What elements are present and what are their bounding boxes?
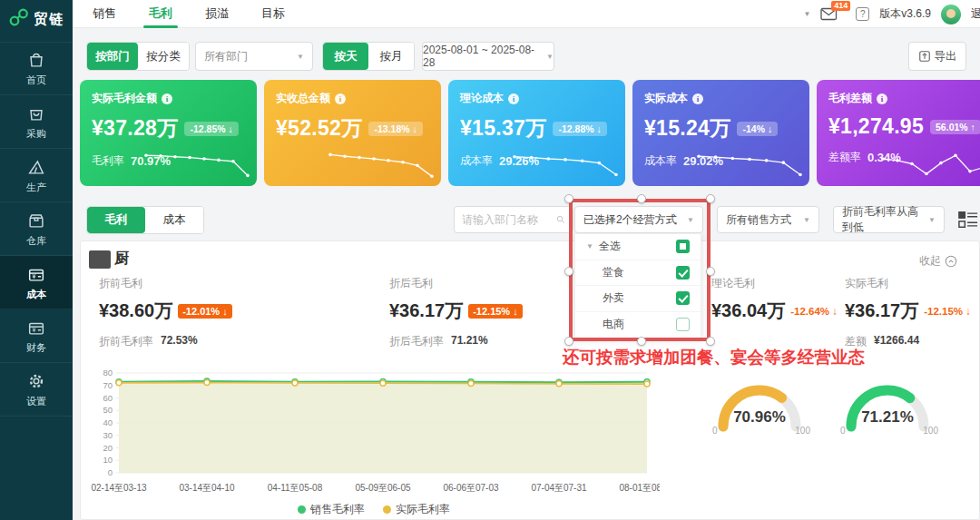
kpi-card-theoretical-cost: 理论成本i ¥15.37万-12.88% ↓ 成本率29.26%: [448, 80, 625, 186]
profit-rate-line-chart: 0102030405060708002-14至03-1303-14至04-100…: [88, 364, 660, 500]
by-category-button[interactable]: 按分类: [138, 43, 189, 70]
sparkline-chart: [511, 134, 622, 183]
chevron-down-icon: ▼: [546, 53, 554, 61]
sidebar-item-finance[interactable]: ¥ 财务: [0, 309, 73, 363]
date-range-picker[interactable]: 2025-08-01 ~ 2025-08-28 ▼: [422, 42, 554, 71]
notifications-button[interactable]: 414: [820, 7, 838, 22]
tab-gross-profit-sub[interactable]: 毛利: [87, 207, 145, 233]
checkbox-takeout[interactable]: [676, 291, 690, 305]
legend-sales-rate[interactable]: 销售毛利率: [298, 502, 365, 517]
info-icon[interactable]: i: [692, 93, 703, 104]
info-icon[interactable]: i: [335, 93, 346, 104]
tab-cost-sub[interactable]: 成本: [145, 207, 203, 233]
logout-button[interactable]: 退出: [971, 6, 980, 22]
chevron-down-icon: ▼: [928, 216, 936, 224]
svg-text:05-09至06-05: 05-09至06-05: [355, 483, 411, 493]
info-icon[interactable]: i: [877, 93, 887, 104]
cost-wallet-icon: ¥: [26, 264, 46, 284]
department-search: [454, 206, 573, 233]
top-tab-bar: 销售 毛利 损溢 目标 ▼ 414 ? 版本v3.6.9 退出: [73, 0, 980, 28]
by-month-button[interactable]: 按月: [368, 43, 414, 70]
option-dine-in[interactable]: 堂食: [575, 260, 701, 287]
svg-text:40: 40: [103, 417, 113, 427]
kpi-card-gross-profit-diff: 毛利差额i ¥1,274.9556.01% ↑ 差额率0.34%: [817, 80, 980, 186]
svg-text:04-11至05-08: 04-11至05-08: [268, 483, 323, 493]
by-department-button[interactable]: 按部门: [87, 43, 138, 70]
svg-text:07-04至07-31: 07-04至07-31: [531, 483, 587, 493]
annotation-text: 还可按需求增加团餐、宴会等多经营业态: [563, 346, 865, 368]
selection-handle: [637, 194, 646, 203]
export-button[interactable]: 导出: [908, 42, 966, 71]
sparkline-chart: [879, 134, 980, 183]
option-ecommerce[interactable]: 电商: [575, 312, 701, 338]
redacted-name-block: [89, 250, 111, 269]
sidebar-item-cost[interactable]: ¥ 成本: [0, 256, 73, 309]
sidebar-item-label: 仓库: [26, 234, 46, 248]
chart-legend: 销售毛利率 实际毛利率: [88, 502, 660, 517]
kpi-trend-badge: 56.01% ↑: [930, 120, 980, 134]
department-select[interactable]: 所有部门 ▼: [195, 42, 313, 71]
tab-target[interactable]: 目标: [261, 0, 285, 28]
collapse-chevron-icon: [945, 255, 957, 268]
sidebar-item-settings[interactable]: 设置: [0, 363, 73, 417]
app-logo: 贸链: [0, 0, 73, 38]
production-icon: [26, 157, 46, 177]
tab-loss[interactable]: 损溢: [205, 0, 229, 28]
trend-badge: -12.64% ↓: [790, 306, 838, 317]
info-icon[interactable]: i: [508, 93, 519, 104]
layout-toggle-icon[interactable]: [956, 208, 980, 231]
chevron-down-icon: ▼: [586, 242, 593, 250]
checkbox-ecommerce[interactable]: [676, 318, 690, 331]
department-panel: 厨 收起 折前毛利 ¥38.60万 -12.01% ↓ 折前毛利率72.53% …: [80, 240, 980, 520]
sidebar-item-purchase[interactable]: 采购: [0, 95, 73, 149]
legend-actual-rate[interactable]: 实际毛利率: [383, 502, 450, 517]
search-input[interactable]: [462, 213, 553, 226]
kpi-card-actual-gross-profit: 实际毛利金额i ¥37.28万-12.85% ↓ 毛利率70.97%: [80, 80, 257, 186]
gauge-post-discount-rate: 71.21% 0 100: [837, 367, 938, 441]
chevron-down-icon[interactable]: ▼: [803, 10, 810, 18]
notification-badge: 414: [831, 1, 850, 12]
option-select-all[interactable]: ▼ 全选: [575, 234, 701, 260]
kpi-card-total-revenue: 实收总金额i ¥52.52万-13.18% ↓: [264, 80, 441, 186]
sales-mode-select[interactable]: 所有销售方式 ▼: [717, 206, 819, 233]
selection-handle: [564, 194, 573, 203]
chevron-down-icon: ▼: [803, 216, 810, 224]
svg-text:80: 80: [103, 368, 113, 378]
warehouse-box-icon: [26, 211, 46, 231]
search-icon: [556, 213, 565, 226]
tab-sales[interactable]: 销售: [93, 0, 116, 28]
checkbox-dine-in[interactable]: [676, 266, 690, 280]
sidebar-item-warehouse[interactable]: 仓库: [0, 202, 73, 256]
avatar[interactable]: [941, 5, 961, 25]
svg-text:08-01至08-28: 08-01至08-28: [619, 483, 660, 493]
by-day-button[interactable]: 按天: [323, 43, 368, 70]
svg-text:30: 30: [103, 430, 113, 440]
version-label: 版本v3.6.9: [879, 6, 931, 22]
finance-wallet-icon: ¥: [26, 318, 46, 338]
option-takeout[interactable]: 外卖: [575, 286, 701, 312]
sidebar-item-production[interactable]: 生产: [0, 149, 73, 202]
collapse-button[interactable]: 收起: [919, 253, 957, 269]
stat-pre-discount-profit: 折前毛利 ¥38.60万 -12.01% ↓ 折前毛利率72.53%: [99, 276, 232, 349]
chain-logo-icon: [8, 7, 30, 31]
info-icon[interactable]: i: [162, 93, 172, 104]
granularity-segment: 按天 按月: [322, 42, 415, 71]
stat-actual-profit: 实际毛利 ¥36.17万 -12.15% ↓ 差额¥1266.44: [845, 276, 971, 349]
stat-theoretical-profit: 理论毛利 ¥36.04万 -12.64% ↓: [711, 276, 838, 323]
sidebar-item-label: 财务: [26, 341, 46, 355]
operation-mode-select[interactable]: 已选择2个经营方式 ▼: [574, 206, 703, 233]
trend-badge: -12.15% ↓: [468, 304, 523, 319]
checkbox-select-all[interactable]: [676, 240, 690, 253]
selection-handle: [706, 194, 715, 203]
svg-text:¥: ¥: [32, 273, 35, 280]
sidebar-item-home[interactable]: 首页: [0, 42, 73, 95]
stat-post-discount-profit: 折后毛利 ¥36.17万 -12.15% ↓ 折后毛利率71.21%: [389, 276, 523, 349]
sort-select[interactable]: 折前毛利率从高到低 ▼: [833, 206, 945, 233]
sparkline-chart: [327, 134, 437, 183]
help-icon[interactable]: ?: [856, 7, 869, 21]
sparkline-chart: [142, 134, 253, 183]
tab-gross-profit[interactable]: 毛利: [149, 0, 172, 28]
kpi-cards-row: 实际毛利金额i ¥37.28万-12.85% ↓ 毛利率70.97% 实收总金额…: [80, 80, 980, 186]
home-icon: [26, 50, 46, 70]
svg-text:02-14至03-13: 02-14至03-13: [91, 483, 147, 493]
